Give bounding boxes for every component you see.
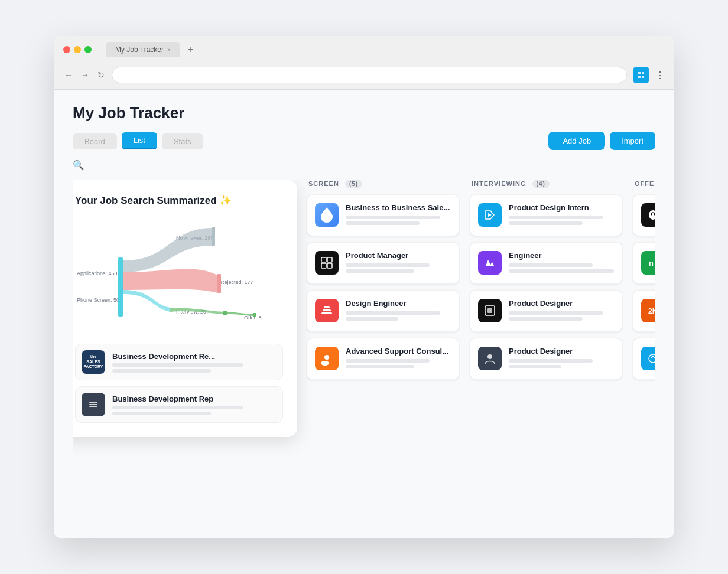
tab-close-btn[interactable]: × [167, 47, 171, 53]
refresh-button[interactable]: ↻ [96, 69, 106, 81]
address-bar[interactable] [112, 67, 627, 83]
job-card[interactable]: Product Designer [469, 338, 623, 380]
job-card[interactable]: Design Engineer [306, 290, 460, 332]
svg-text:2K: 2K [648, 307, 655, 315]
new-tab-button[interactable]: + [185, 44, 197, 56]
browser-tab[interactable]: My Job Tracker × [106, 42, 180, 57]
job-title: Engineer [509, 251, 614, 260]
svg-point-21 [324, 355, 329, 360]
extension-icon[interactable] [633, 67, 649, 83]
job-info: Product Designer [509, 347, 614, 371]
svg-text:Applications: 450: Applications: 450 [77, 270, 118, 276]
tab-board[interactable]: Board [73, 133, 117, 149]
company-logo-mask [641, 203, 655, 227]
job-card[interactable]: Product Manager [306, 242, 460, 284]
job-title-sm-2: Business Development Rep [112, 394, 277, 403]
job-line [346, 311, 440, 315]
job-title-sm-1: Business Development Re... [112, 352, 277, 361]
browser-window: My Job Tracker × + ← → ↻ ⋮ My Job Tracke… [54, 36, 674, 538]
job-line [509, 216, 603, 219]
tab-stats[interactable]: Stats [162, 133, 203, 149]
close-traffic-light[interactable] [63, 46, 70, 53]
svg-rect-18 [321, 312, 332, 314]
kanban-board: All Types ▼ All Status ▼ SCREEN [306, 180, 655, 530]
company-logo-two: 2K [641, 299, 655, 322]
svg-text:n: n [649, 259, 654, 268]
svg-text:Rejected: 177: Rejected: 177 [220, 279, 254, 285]
svg-point-30 [649, 354, 655, 363]
job-card[interactable]: 2K Software Engineer [632, 290, 655, 332]
company-logo-box2 [478, 299, 502, 322]
col-header-screen: SCREEN (5) [306, 180, 460, 187]
job-title: Product Designer [509, 347, 614, 356]
job-sub-line [112, 363, 243, 367]
svg-rect-16 [321, 263, 326, 268]
job-info: Product Designer [509, 299, 614, 323]
tab-label: My Job Tracker [115, 45, 164, 54]
svg-rect-10 [253, 313, 256, 317]
menu-button[interactable]: ⋮ [655, 70, 665, 81]
company-logo-gray [82, 393, 105, 416]
svg-rect-6 [118, 257, 123, 317]
company-logo-gray [478, 347, 502, 370]
company-logo-stack [315, 299, 339, 322]
job-sub-line [112, 369, 211, 373]
svg-rect-14 [321, 257, 326, 262]
job-title: Product Design Intern [509, 203, 614, 212]
job-card[interactable]: Product Design Intern [469, 194, 623, 236]
svg-point-26 [651, 214, 652, 216]
svg-rect-11 [89, 402, 98, 403]
job-line [509, 221, 583, 225]
job-card[interactable]: Business to Business Sale... [306, 194, 460, 236]
sankey-chart: Applications: 450 No Answer: 265 Rejecte… [75, 216, 283, 334]
maximize-traffic-light[interactable] [84, 46, 92, 53]
job-card[interactable]: Product Manager [632, 194, 655, 236]
svg-text:Phone Screen: 50: Phone Screen: 50 [77, 297, 119, 303]
screen-cards: Business to Business Sale... [306, 194, 460, 384]
browser-toolbar: ← → ↻ ⋮ [63, 62, 665, 89]
tab-bar: My Job Tracker × + [106, 42, 665, 57]
search-row: 🔍 [73, 159, 655, 171]
svg-rect-9 [223, 311, 227, 315]
job-line [346, 269, 414, 273]
job-info: Design Engineer [346, 299, 451, 323]
svg-rect-7 [212, 227, 215, 246]
job-card[interactable]: Engineer [469, 242, 623, 284]
company-logo-drop [315, 203, 339, 227]
summary-title: Your Job Search Summarized ✨ [75, 194, 283, 207]
job-line [509, 359, 593, 363]
col-header-offer: OFFER [632, 180, 655, 187]
summary-job-card-2[interactable]: Business Development Rep [75, 386, 283, 423]
job-info: Business to Business Sale... [346, 203, 451, 227]
forward-button[interactable]: → [80, 69, 90, 81]
interviewing-cards: Product Design Intern [469, 194, 623, 384]
job-card[interactable]: Product Designer [469, 290, 623, 332]
svg-point-27 [654, 214, 655, 216]
company-logo-teal [478, 203, 502, 227]
job-info: Product Design Intern [509, 203, 614, 227]
summary-job-card-1[interactable]: theSALESFACTORY Business Development Re.… [75, 344, 283, 380]
kanban-col-offer: OFFER [632, 180, 655, 530]
add-job-button[interactable]: Add Job [548, 132, 605, 150]
job-line [509, 311, 603, 315]
interviewing-count: (4) [532, 180, 550, 188]
job-sub-line [112, 406, 243, 409]
job-title: Business to Business Sale... [346, 203, 451, 212]
job-line [509, 317, 583, 321]
import-button[interactable]: Import [610, 132, 655, 150]
back-button[interactable]: ← [63, 69, 74, 81]
tab-list[interactable]: List [122, 132, 157, 149]
job-card[interactable]: Growth Product Manager [632, 338, 655, 380]
job-line [346, 365, 414, 368]
search-icon: 🔍 [73, 159, 84, 171]
svg-rect-13 [89, 406, 98, 407]
job-title: Product Designer [509, 299, 614, 308]
job-card[interactable]: Advanced Support Consul... [306, 338, 460, 380]
svg-point-25 [488, 354, 492, 359]
job-card[interactable]: n Product Designer [632, 242, 655, 284]
offer-cards: Product Manager n [632, 194, 655, 384]
job-info: Advanced Support Consul... [346, 347, 451, 371]
svg-point-22 [321, 361, 329, 366]
minimize-traffic-light[interactable] [74, 46, 81, 53]
job-line [346, 216, 440, 219]
